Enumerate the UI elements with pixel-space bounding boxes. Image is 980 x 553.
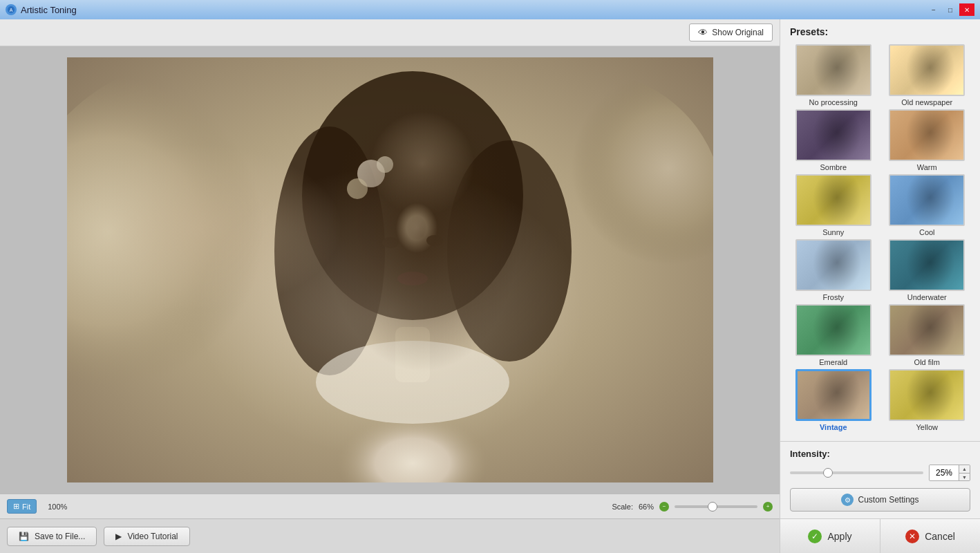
portrait-overlay: [67, 57, 713, 482]
cancel-button[interactable]: ✕ Cancel: [880, 519, 980, 553]
close-button[interactable]: ✕: [959, 3, 974, 16]
scale-slider[interactable]: [675, 505, 757, 508]
apply-label: Apply: [827, 531, 851, 542]
preset-thumb-emerald: [795, 304, 871, 356]
preset-thumb-old-film: [889, 304, 965, 356]
x-icon: ✕: [905, 529, 919, 543]
preset-item-frosty[interactable]: Frosty: [790, 239, 877, 301]
preset-row-5: Emerald Old film: [790, 304, 970, 366]
cancel-label: Cancel: [925, 531, 955, 542]
maximize-button[interactable]: □: [943, 3, 958, 16]
main-layout: 👁 Show Original: [0, 19, 980, 553]
scale-increase-icon[interactable]: +: [763, 502, 773, 512]
preset-row-3: Sunny Cool: [790, 174, 970, 236]
preset-thumb-sunny: [795, 174, 871, 226]
presets-header: Presets:: [780, 19, 980, 41]
preset-label-sunny: Sunny: [822, 228, 844, 236]
preset-thumb-underwater: [889, 239, 965, 291]
preset-thumb-inner: [890, 241, 963, 290]
preset-item-old-newspaper[interactable]: Old newspaper: [884, 44, 971, 106]
preset-thumb-inner: [797, 241, 870, 290]
preset-thumb-vintage: [795, 369, 871, 421]
video-icon: ▶: [115, 532, 122, 541]
toolbar-bar: 👁 Show Original: [0, 19, 780, 46]
center-area: 👁 Show Original: [0, 19, 780, 553]
preset-thumb-inner: [797, 306, 870, 355]
preset-item-warm[interactable]: Warm: [884, 109, 971, 171]
preset-thumb-inner: [797, 46, 870, 95]
presets-scroll[interactable]: No processing Old newspaper: [780, 41, 980, 441]
custom-settings-button[interactable]: ⚙ Custom Settings: [790, 488, 970, 512]
title-bar-controls: − □ ✕: [926, 3, 974, 16]
check-icon: ✓: [808, 529, 822, 543]
preset-label-old-newspaper: Old newspaper: [901, 98, 952, 106]
preset-item-yellow[interactable]: Yellow: [884, 369, 971, 431]
fit-button[interactable]: ⊞ Fit: [7, 499, 37, 514]
intensity-value-box: ▲ ▼: [929, 465, 970, 481]
scale-decrease-icon[interactable]: −: [659, 502, 669, 512]
intensity-spin-down[interactable]: ▼: [959, 473, 970, 480]
intensity-row: ▲ ▼: [790, 465, 970, 481]
title-bar-left: A Artistic Toning: [6, 4, 77, 15]
zoom-percentage: 100%: [48, 503, 67, 511]
scale-slider-thumb[interactable]: [708, 502, 717, 512]
intensity-label: Intensity:: [790, 449, 970, 459]
intensity-spin-up[interactable]: ▲: [959, 465, 970, 473]
scale-area: Scale: 66% − +: [612, 502, 773, 512]
preset-thumb-no-processing: [795, 44, 871, 96]
preset-row-1: No processing Old newspaper: [790, 44, 970, 106]
preset-thumb-inner: [890, 306, 963, 355]
video-tutorial-button[interactable]: ▶ Video Tutorial: [104, 527, 189, 546]
minimize-button[interactable]: −: [926, 3, 941, 16]
preset-label-vintage: Vintage: [820, 423, 847, 431]
action-bar: 💾 Save to File... ▶ Video Tutorial: [0, 518, 780, 553]
save-to-file-button[interactable]: 💾 Save to File...: [7, 527, 97, 546]
show-original-button[interactable]: 👁 Show Original: [689, 24, 773, 41]
preset-thumb-inner: [798, 371, 869, 419]
preset-label-sombre: Sombre: [820, 163, 847, 171]
preset-item-sunny[interactable]: Sunny: [790, 174, 877, 236]
scale-label: Scale:: [612, 503, 633, 511]
custom-settings-label: Custom Settings: [858, 495, 918, 505]
preset-thumb-frosty: [795, 239, 871, 291]
intensity-value-input[interactable]: [930, 465, 959, 480]
preset-thumb-cool: [889, 174, 965, 226]
preset-label-old-film: Old film: [914, 358, 940, 366]
preset-label-no-processing: No processing: [809, 98, 858, 106]
gear-icon: ⚙: [841, 494, 854, 506]
preset-thumb-inner: [890, 176, 963, 225]
preset-item-underwater[interactable]: Underwater: [884, 239, 971, 301]
preset-label-cool: Cool: [919, 228, 935, 236]
preset-thumb-inner: [890, 371, 963, 420]
save-label: Save to File...: [35, 532, 85, 541]
photo-container: [67, 57, 713, 482]
image-area: [0, 46, 780, 494]
preset-item-emerald[interactable]: Emerald: [790, 304, 877, 366]
preset-item-cool[interactable]: Cool: [884, 174, 971, 236]
preset-thumb-yellow: [889, 369, 965, 421]
preset-row-2: Sombre Warm: [790, 109, 970, 171]
intensity-slider[interactable]: [790, 471, 923, 474]
preset-thumb-inner: [797, 111, 870, 160]
preset-item-vintage[interactable]: Vintage: [790, 369, 877, 431]
show-original-label: Show Original: [712, 28, 764, 37]
eye-icon: 👁: [698, 27, 708, 38]
app-icon: A: [6, 4, 17, 15]
tutorial-label: Video Tutorial: [127, 532, 178, 541]
preset-item-no-processing[interactable]: No processing: [790, 44, 877, 106]
svg-text:A: A: [10, 8, 13, 12]
intensity-section: Intensity: ▲ ▼ ⚙ Custom Settings: [780, 441, 980, 518]
preset-thumb-sombre: [795, 109, 871, 161]
preset-item-sombre[interactable]: Sombre: [790, 109, 877, 171]
preset-thumb-inner: [797, 176, 870, 225]
intensity-slider-thumb[interactable]: [823, 468, 833, 478]
preset-label-yellow: Yellow: [916, 423, 938, 431]
preset-thumb-warm: [889, 109, 965, 161]
title-bar: A Artistic Toning − □ ✕: [0, 0, 980, 19]
window-title: Artistic Toning: [21, 5, 77, 15]
preset-item-old-film[interactable]: Old film: [884, 304, 971, 366]
apply-button[interactable]: ✓ Apply: [780, 519, 880, 553]
preset-label-emerald: Emerald: [819, 358, 847, 366]
right-panel: Presets: No processing Old ne: [780, 19, 980, 553]
preset-thumb-old-newspaper: [889, 44, 965, 96]
